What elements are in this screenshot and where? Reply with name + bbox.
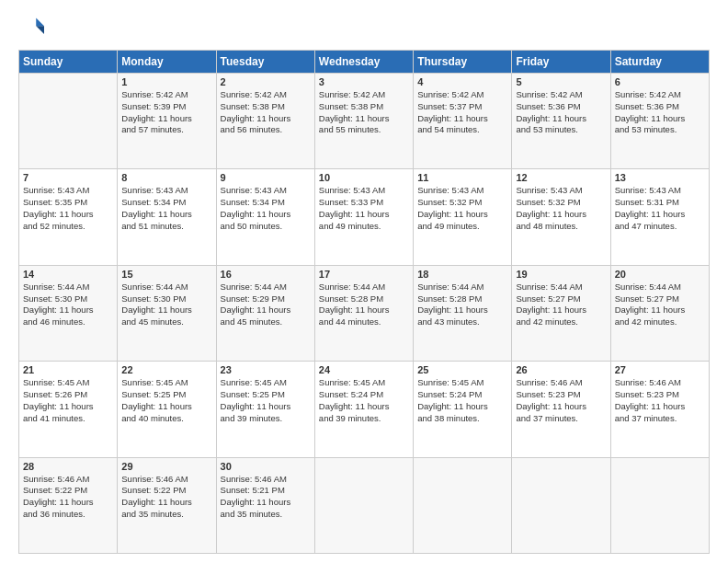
day-number: 15	[121, 269, 211, 280]
day-info: Sunrise: 5:44 AM Sunset: 5:27 PM Dayligh…	[516, 282, 606, 328]
day-number: 3	[319, 76, 409, 87]
calendar-cell: 27Sunrise: 5:46 AM Sunset: 5:23 PM Dayli…	[610, 362, 709, 457]
day-info: Sunrise: 5:44 AM Sunset: 5:30 PM Dayligh…	[23, 282, 113, 328]
calendar-cell: 6Sunrise: 5:42 AM Sunset: 5:36 PM Daylig…	[610, 74, 709, 169]
day-info: Sunrise: 5:42 AM Sunset: 5:36 PM Dayligh…	[516, 89, 606, 136]
calendar-header-thursday: Thursday	[414, 51, 512, 74]
day-number: 22	[121, 364, 211, 375]
day-info: Sunrise: 5:44 AM Sunset: 5:29 PM Dayligh…	[221, 282, 311, 328]
calendar-cell: 2Sunrise: 5:42 AM Sunset: 5:38 PM Daylig…	[216, 74, 314, 169]
calendar-cell: 3Sunrise: 5:42 AM Sunset: 5:38 PM Daylig…	[314, 74, 413, 169]
day-number: 12	[516, 172, 606, 183]
calendar-header-friday: Friday	[512, 51, 610, 74]
day-info: Sunrise: 5:44 AM Sunset: 5:27 PM Dayligh…	[615, 282, 705, 328]
day-number: 27	[615, 364, 705, 375]
day-info: Sunrise: 5:45 AM Sunset: 5:26 PM Dayligh…	[23, 377, 113, 424]
calendar-cell: 23Sunrise: 5:45 AM Sunset: 5:25 PM Dayli…	[216, 362, 314, 457]
day-number: 26	[516, 364, 606, 375]
day-number: 18	[417, 269, 507, 280]
calendar-cell: 26Sunrise: 5:46 AM Sunset: 5:23 PM Dayli…	[512, 362, 610, 457]
day-info: Sunrise: 5:44 AM Sunset: 5:28 PM Dayligh…	[417, 282, 507, 328]
calendar-cell: 11Sunrise: 5:43 AM Sunset: 5:32 PM Dayli…	[414, 169, 512, 265]
calendar-cell	[19, 74, 118, 169]
day-info: Sunrise: 5:45 AM Sunset: 5:25 PM Dayligh…	[221, 377, 311, 424]
day-info: Sunrise: 5:46 AM Sunset: 5:22 PM Dayligh…	[121, 474, 211, 521]
calendar-header-saturday: Saturday	[610, 51, 709, 74]
day-info: Sunrise: 5:45 AM Sunset: 5:24 PM Dayligh…	[319, 377, 409, 424]
day-number: 8	[121, 172, 211, 183]
calendar-cell: 10Sunrise: 5:43 AM Sunset: 5:33 PM Dayli…	[314, 169, 413, 265]
calendar-header-row: SundayMondayTuesdayWednesdayThursdayFrid…	[19, 51, 710, 74]
day-number: 13	[615, 172, 705, 183]
calendar-header-sunday: Sunday	[19, 51, 118, 74]
day-info: Sunrise: 5:46 AM Sunset: 5:23 PM Dayligh…	[516, 377, 606, 424]
day-number: 14	[23, 269, 113, 280]
calendar-cell: 12Sunrise: 5:43 AM Sunset: 5:32 PM Dayli…	[512, 169, 610, 265]
day-number: 29	[121, 461, 211, 472]
calendar-cell: 28Sunrise: 5:46 AM Sunset: 5:22 PM Dayli…	[19, 457, 118, 553]
day-number: 21	[23, 364, 113, 375]
day-number: 5	[516, 76, 606, 87]
calendar-cell: 13Sunrise: 5:43 AM Sunset: 5:31 PM Dayli…	[610, 169, 709, 265]
day-info: Sunrise: 5:45 AM Sunset: 5:24 PM Dayligh…	[417, 377, 507, 424]
day-number: 11	[417, 172, 507, 183]
logo	[18, 15, 48, 40]
calendar-cell: 18Sunrise: 5:44 AM Sunset: 5:28 PM Dayli…	[414, 265, 512, 361]
day-info: Sunrise: 5:46 AM Sunset: 5:23 PM Dayligh…	[615, 377, 705, 424]
calendar-cell: 25Sunrise: 5:45 AM Sunset: 5:24 PM Dayli…	[414, 362, 512, 457]
calendar-cell: 21Sunrise: 5:45 AM Sunset: 5:26 PM Dayli…	[19, 362, 118, 457]
day-info: Sunrise: 5:43 AM Sunset: 5:32 PM Dayligh…	[417, 185, 507, 232]
day-number: 20	[615, 269, 705, 280]
calendar-cell	[512, 457, 610, 553]
calendar-cell: 29Sunrise: 5:46 AM Sunset: 5:22 PM Dayli…	[118, 457, 216, 553]
day-number: 6	[615, 76, 705, 87]
calendar-week-1: 1Sunrise: 5:42 AM Sunset: 5:39 PM Daylig…	[19, 74, 710, 169]
calendar-header-monday: Monday	[118, 51, 216, 74]
calendar-cell: 8Sunrise: 5:43 AM Sunset: 5:34 PM Daylig…	[118, 169, 216, 265]
day-number: 16	[221, 269, 311, 280]
calendar-cell: 20Sunrise: 5:44 AM Sunset: 5:27 PM Dayli…	[610, 265, 709, 361]
calendar-week-4: 21Sunrise: 5:45 AM Sunset: 5:26 PM Dayli…	[19, 362, 710, 457]
day-info: Sunrise: 5:43 AM Sunset: 5:34 PM Dayligh…	[121, 185, 211, 232]
calendar-cell	[610, 457, 709, 553]
day-info: Sunrise: 5:42 AM Sunset: 5:39 PM Dayligh…	[121, 89, 211, 136]
calendar-cell: 9Sunrise: 5:43 AM Sunset: 5:34 PM Daylig…	[216, 169, 314, 265]
day-number: 2	[221, 76, 311, 87]
calendar-cell: 30Sunrise: 5:46 AM Sunset: 5:21 PM Dayli…	[216, 457, 314, 553]
day-info: Sunrise: 5:42 AM Sunset: 5:36 PM Dayligh…	[615, 89, 705, 136]
day-info: Sunrise: 5:43 AM Sunset: 5:31 PM Dayligh…	[615, 185, 705, 232]
calendar-cell: 19Sunrise: 5:44 AM Sunset: 5:27 PM Dayli…	[512, 265, 610, 361]
day-number: 1	[121, 76, 211, 87]
calendar-cell: 5Sunrise: 5:42 AM Sunset: 5:36 PM Daylig…	[512, 74, 610, 169]
day-number: 10	[319, 172, 409, 183]
calendar-week-5: 28Sunrise: 5:46 AM Sunset: 5:22 PM Dayli…	[19, 457, 710, 553]
day-number: 23	[221, 364, 311, 375]
day-info: Sunrise: 5:42 AM Sunset: 5:38 PM Dayligh…	[319, 89, 409, 136]
day-info: Sunrise: 5:44 AM Sunset: 5:28 PM Dayligh…	[319, 282, 409, 328]
calendar-cell: 17Sunrise: 5:44 AM Sunset: 5:28 PM Dayli…	[314, 265, 413, 361]
svg-marker-1	[36, 26, 44, 34]
logo-icon	[18, 15, 44, 40]
calendar-cell: 24Sunrise: 5:45 AM Sunset: 5:24 PM Dayli…	[314, 362, 413, 457]
day-number: 24	[319, 364, 409, 375]
calendar-week-2: 7Sunrise: 5:43 AM Sunset: 5:35 PM Daylig…	[19, 169, 710, 265]
calendar-cell: 22Sunrise: 5:45 AM Sunset: 5:25 PM Dayli…	[118, 362, 216, 457]
day-info: Sunrise: 5:46 AM Sunset: 5:22 PM Dayligh…	[23, 474, 113, 521]
calendar-cell: 7Sunrise: 5:43 AM Sunset: 5:35 PM Daylig…	[19, 169, 118, 265]
calendar-header-wednesday: Wednesday	[314, 51, 413, 74]
day-number: 30	[221, 461, 311, 472]
calendar-cell	[314, 457, 413, 553]
page: SundayMondayTuesdayWednesdayThursdayFrid…	[0, 0, 728, 563]
calendar-cell: 4Sunrise: 5:42 AM Sunset: 5:37 PM Daylig…	[414, 74, 512, 169]
day-number: 17	[319, 269, 409, 280]
calendar-cell: 14Sunrise: 5:44 AM Sunset: 5:30 PM Dayli…	[19, 265, 118, 361]
day-info: Sunrise: 5:43 AM Sunset: 5:33 PM Dayligh…	[319, 185, 409, 232]
day-number: 25	[417, 364, 507, 375]
calendar-cell: 16Sunrise: 5:44 AM Sunset: 5:29 PM Dayli…	[216, 265, 314, 361]
svg-marker-0	[36, 18, 44, 27]
header	[18, 15, 710, 40]
day-number: 28	[23, 461, 113, 472]
calendar-header-tuesday: Tuesday	[216, 51, 314, 74]
calendar-cell: 1Sunrise: 5:42 AM Sunset: 5:39 PM Daylig…	[118, 74, 216, 169]
day-info: Sunrise: 5:45 AM Sunset: 5:25 PM Dayligh…	[121, 377, 211, 424]
